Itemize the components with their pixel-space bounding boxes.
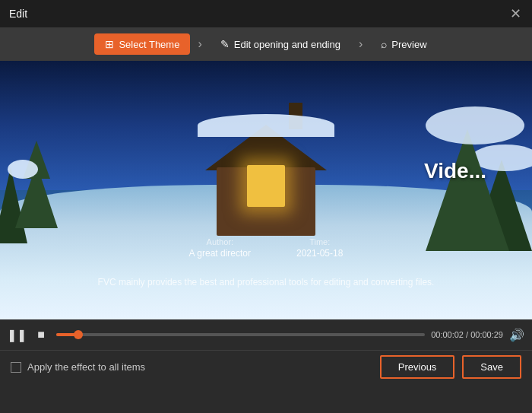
total-time: 00:00:29: [470, 330, 503, 339]
tree-right-snow: [426, 106, 524, 145]
house-roof-snow: [198, 114, 334, 137]
pause-button[interactable]: ❚❚: [8, 326, 26, 344]
preview-icon: ⌕: [381, 38, 387, 50]
apply-all-checkbox-label[interactable]: Apply the effect to all items: [11, 361, 145, 373]
volume-icon[interactable]: 🔊: [509, 328, 524, 342]
close-button[interactable]: ✕: [508, 6, 523, 21]
title-bar: Edit ✕: [0, 0, 532, 27]
stop-button[interactable]: ■: [32, 326, 50, 344]
progress-thumb: [74, 330, 83, 339]
video-author: Author: A great director: [189, 237, 251, 259]
select-theme-icon: ⊞: [105, 38, 114, 50]
window-title: Edit: [9, 8, 27, 20]
tree-left-snow: [8, 160, 38, 179]
house-window: [247, 165, 285, 207]
video-meta: Author: A great director Time: 2021-05-1…: [189, 237, 344, 259]
tab-bar: ⊞ Select Theme › ✎ Edit opening and endi…: [0, 27, 532, 61]
tab-select-theme-label: Select Theme: [119, 39, 179, 50]
time-label: Time:: [296, 237, 343, 246]
save-button[interactable]: Save: [462, 355, 521, 379]
edit-opening-icon: ✎: [220, 38, 230, 50]
bottom-bar: Apply the effect to all items Previous S…: [0, 350, 532, 383]
current-time: 00:00:02: [431, 330, 464, 339]
video-preview: Vide... Author: A great director Time: 2…: [0, 61, 532, 319]
apply-all-checkbox[interactable]: [11, 362, 21, 373]
tab-preview[interactable]: ⌕ Preview: [370, 33, 437, 55]
video-scene: Vide... Author: A great director Time: 2…: [0, 61, 532, 319]
tab-arrow-2: ›: [357, 37, 364, 51]
video-description: FVC mainly provides the best and profess…: [98, 277, 435, 288]
tab-preview-label: Preview: [391, 39, 426, 50]
author-label: Author:: [189, 237, 251, 246]
time-display: 00:00:02 / 00:00:29: [431, 330, 503, 339]
progress-bar[interactable]: [56, 333, 425, 336]
controls-bar: ❚❚ ■ 00:00:02 / 00:00:29 🔊: [0, 319, 532, 350]
video-title: Vide...: [424, 159, 486, 183]
video-time: Time: 2021-05-18: [296, 237, 343, 259]
tab-arrow-1: ›: [196, 37, 203, 51]
tab-select-theme[interactable]: ⊞ Select Theme: [94, 33, 190, 55]
time-value: 2021-05-18: [296, 248, 343, 259]
author-value: A great director: [189, 248, 251, 259]
bottom-buttons: Previous Save: [380, 355, 521, 379]
apply-all-label: Apply the effect to all items: [27, 361, 145, 373]
tree-right: [426, 129, 509, 251]
tab-edit-opening[interactable]: ✎ Edit opening and ending: [210, 33, 351, 55]
tab-edit-opening-label: Edit opening and ending: [234, 39, 340, 50]
previous-button[interactable]: Previous: [380, 355, 455, 379]
